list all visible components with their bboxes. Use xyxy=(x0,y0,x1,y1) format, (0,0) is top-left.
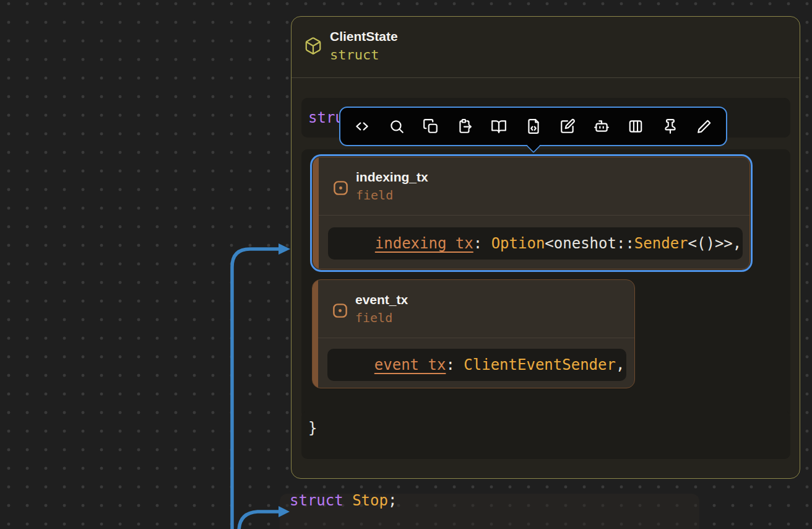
field-divider xyxy=(319,215,749,216)
pin-button[interactable] xyxy=(658,114,683,139)
field-accent-strip xyxy=(313,280,318,388)
field-square-dot-icon xyxy=(332,302,348,319)
field-card-event-tx[interactable]: event_tx field event_tx: ClientEventSend… xyxy=(312,279,635,388)
search-icon xyxy=(389,118,405,134)
edge-to-indexing-tx xyxy=(232,243,290,529)
arrowhead-icon xyxy=(279,243,290,255)
field-code-block[interactable]: event_tx: ClientEventSender, xyxy=(327,349,626,381)
book-open-icon xyxy=(491,118,507,134)
struct-close-line: } xyxy=(301,411,790,442)
node-title: ClientState xyxy=(330,29,398,44)
field-card-indexing-tx[interactable]: indexing_tx field indexing_tx: Option<on… xyxy=(313,157,750,269)
bot-button[interactable] xyxy=(589,114,614,139)
bot-icon xyxy=(594,118,610,134)
code-icon xyxy=(354,118,370,134)
field-square-dot-icon xyxy=(332,180,349,196)
field-name: event_tx xyxy=(355,292,408,307)
clipboard-share-button[interactable] xyxy=(452,114,477,139)
field-accent-strip xyxy=(313,157,319,269)
node-toolbar xyxy=(339,107,727,146)
pin-icon xyxy=(662,118,678,134)
copy-icon xyxy=(423,118,439,134)
box-icon xyxy=(304,37,322,55)
struct-close-line-block[interactable]: } xyxy=(301,411,790,459)
square-pen-button[interactable] xyxy=(555,114,580,139)
stop-struct-code[interactable]: struct Stop; xyxy=(290,491,397,510)
book-open-button[interactable] xyxy=(486,114,511,139)
file-code-icon xyxy=(525,118,542,134)
field-code-line: event_tx: ClientEventSender, xyxy=(339,349,615,381)
pencil-button[interactable] xyxy=(692,114,717,139)
field-divider xyxy=(318,338,634,338)
square-pen-icon xyxy=(559,118,576,134)
node-kind-label: struct xyxy=(330,47,379,63)
columns-button[interactable] xyxy=(623,114,648,139)
selected-field-outline: indexing_tx field indexing_tx: Option<on… xyxy=(310,154,753,272)
pencil-icon xyxy=(696,118,712,134)
node-header[interactable]: ClientState struct xyxy=(292,17,800,78)
field-code-block[interactable]: indexing_tx: Option<oneshot::Sender<()>>… xyxy=(328,227,743,260)
field-kind-label: field xyxy=(355,310,392,325)
clipboard-share-icon xyxy=(457,118,473,134)
search-button[interactable] xyxy=(384,114,409,139)
copy-button[interactable] xyxy=(418,114,443,139)
field-kind-label: field xyxy=(356,188,393,203)
field-name: indexing_tx xyxy=(356,170,428,185)
file-code-button[interactable] xyxy=(521,114,546,139)
field-code-line: indexing_tx: Option<oneshot::Sender<()>>… xyxy=(339,227,732,260)
code-button[interactable] xyxy=(350,114,374,139)
columns-icon xyxy=(628,118,644,134)
clientstate-node-card[interactable]: ClientState struct struct ClientState { … xyxy=(291,16,800,479)
